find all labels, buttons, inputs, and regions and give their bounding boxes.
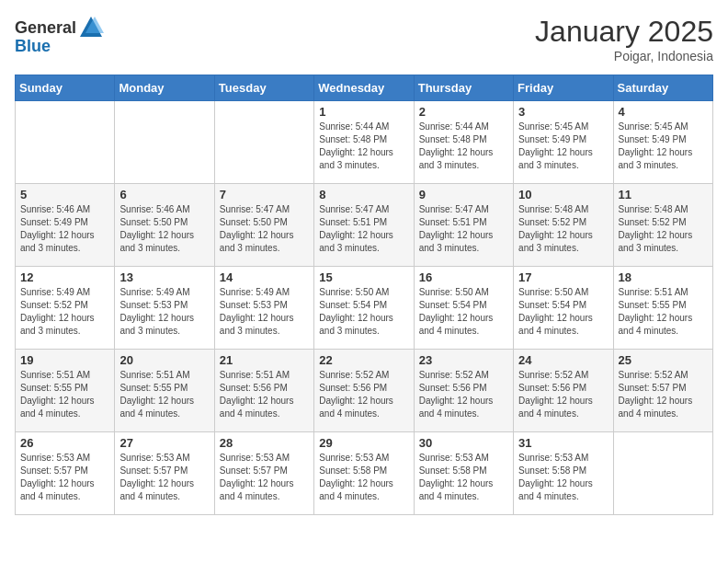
day-number: 30 [419,436,508,450]
calendar-cell: 25Sunrise: 5:52 AM Sunset: 5:57 PM Dayli… [613,350,712,432]
day-number: 3 [518,105,608,119]
calendar-week-row: 5Sunrise: 5:46 AM Sunset: 5:49 PM Daylig… [16,184,713,267]
calendar-cell: 15Sunrise: 5:50 AM Sunset: 5:54 PM Dayli… [314,267,414,350]
day-info: Sunrise: 5:53 AM Sunset: 5:57 PM Dayligh… [220,452,309,503]
day-info: Sunrise: 5:44 AM Sunset: 5:48 PM Dayligh… [419,121,508,172]
day-info: Sunrise: 5:50 AM Sunset: 5:54 PM Dayligh… [419,286,508,338]
day-number: 9 [419,188,508,201]
calendar-cell: 14Sunrise: 5:49 AM Sunset: 5:53 PM Dayli… [214,267,313,350]
day-info: Sunrise: 5:47 AM Sunset: 5:51 PM Dayligh… [419,203,508,255]
day-info: Sunrise: 5:50 AM Sunset: 5:54 PM Dayligh… [518,286,608,338]
logo-general: General [15,18,76,38]
day-number: 31 [518,436,608,450]
day-info: Sunrise: 5:48 AM Sunset: 5:52 PM Dayligh… [619,203,708,255]
calendar-cell: 5Sunrise: 5:46 AM Sunset: 5:49 PM Daylig… [16,184,115,267]
calendar-cell: 9Sunrise: 5:47 AM Sunset: 5:51 PM Daylig… [414,184,513,267]
day-number: 28 [220,436,309,450]
calendar-cell: 21Sunrise: 5:51 AM Sunset: 5:56 PM Dayli… [214,350,313,432]
logo: General Blue [15,15,104,56]
day-number: 4 [619,105,708,119]
day-info: Sunrise: 5:49 AM Sunset: 5:52 PM Dayligh… [20,286,109,338]
weekday-header-row: SundayMondayTuesdayWednesdayThursdayFrid… [16,75,713,101]
day-number: 29 [319,436,408,450]
day-number: 15 [319,270,408,284]
calendar-cell: 18Sunrise: 5:51 AM Sunset: 5:55 PM Dayli… [613,267,712,350]
calendar-cell [115,101,214,184]
day-info: Sunrise: 5:44 AM Sunset: 5:48 PM Dayligh… [319,121,408,172]
day-info: Sunrise: 5:53 AM Sunset: 5:58 PM Dayligh… [419,452,508,503]
day-info: Sunrise: 5:53 AM Sunset: 5:57 PM Dayligh… [119,452,209,503]
calendar-cell: 12Sunrise: 5:49 AM Sunset: 5:52 PM Dayli… [16,267,115,350]
day-info: Sunrise: 5:47 AM Sunset: 5:50 PM Dayligh… [220,203,309,255]
weekday-header-friday: Friday [514,75,613,101]
calendar-cell [613,432,712,515]
day-info: Sunrise: 5:45 AM Sunset: 5:49 PM Dayligh… [619,121,708,172]
calendar-cell: 23Sunrise: 5:52 AM Sunset: 5:56 PM Dayli… [414,350,513,432]
day-number: 19 [20,353,109,367]
calendar-week-row: 12Sunrise: 5:49 AM Sunset: 5:52 PM Dayli… [16,267,713,350]
calendar-cell: 10Sunrise: 5:48 AM Sunset: 5:52 PM Dayli… [514,184,613,267]
calendar-cell: 30Sunrise: 5:53 AM Sunset: 5:58 PM Dayli… [414,432,513,515]
day-number: 17 [518,270,608,284]
day-number: 16 [419,270,508,284]
day-info: Sunrise: 5:48 AM Sunset: 5:52 PM Dayligh… [518,203,608,255]
day-number: 24 [518,353,608,367]
calendar-cell: 4Sunrise: 5:45 AM Sunset: 5:49 PM Daylig… [613,101,712,184]
day-info: Sunrise: 5:51 AM Sunset: 5:55 PM Dayligh… [619,286,708,338]
day-number: 18 [619,270,708,284]
day-info: Sunrise: 5:50 AM Sunset: 5:54 PM Dayligh… [319,286,408,338]
calendar-week-row: 1Sunrise: 5:44 AM Sunset: 5:48 PM Daylig… [16,101,713,184]
calendar-cell: 13Sunrise: 5:49 AM Sunset: 5:53 PM Dayli… [115,267,214,350]
calendar-cell: 6Sunrise: 5:46 AM Sunset: 5:50 PM Daylig… [115,184,214,267]
day-info: Sunrise: 5:53 AM Sunset: 5:58 PM Dayligh… [319,452,408,503]
title-area: January 2025 Poigar, Indonesia [535,15,713,63]
calendar-cell: 19Sunrise: 5:51 AM Sunset: 5:55 PM Dayli… [16,350,115,432]
location: Poigar, Indonesia [535,49,713,63]
calendar-cell [16,101,115,184]
day-number: 26 [20,436,109,450]
weekday-header-wednesday: Wednesday [314,75,414,101]
calendar-cell: 3Sunrise: 5:45 AM Sunset: 5:49 PM Daylig… [514,101,613,184]
day-info: Sunrise: 5:46 AM Sunset: 5:50 PM Dayligh… [119,203,209,255]
day-number: 12 [20,270,109,284]
day-info: Sunrise: 5:45 AM Sunset: 5:49 PM Dayligh… [518,121,608,172]
calendar-week-row: 26Sunrise: 5:53 AM Sunset: 5:57 PM Dayli… [16,432,713,515]
weekday-header-saturday: Saturday [613,75,712,101]
day-number: 21 [220,353,309,367]
day-number: 14 [220,270,309,284]
day-number: 23 [419,353,508,367]
day-info: Sunrise: 5:52 AM Sunset: 5:56 PM Dayligh… [518,369,608,420]
weekday-header-sunday: Sunday [16,75,115,101]
day-info: Sunrise: 5:52 AM Sunset: 5:56 PM Dayligh… [419,369,508,420]
calendar-cell: 2Sunrise: 5:44 AM Sunset: 5:48 PM Daylig… [414,101,513,184]
day-info: Sunrise: 5:53 AM Sunset: 5:57 PM Dayligh… [20,452,109,503]
day-info: Sunrise: 5:47 AM Sunset: 5:51 PM Dayligh… [319,203,408,255]
calendar-cell [214,101,313,184]
day-info: Sunrise: 5:51 AM Sunset: 5:55 PM Dayligh… [20,369,109,420]
day-number: 25 [619,353,708,367]
calendar-cell: 8Sunrise: 5:47 AM Sunset: 5:51 PM Daylig… [314,184,414,267]
calendar-cell: 31Sunrise: 5:53 AM Sunset: 5:58 PM Dayli… [514,432,613,515]
page-header: General Blue January 2025 Poigar, Indone… [15,15,713,63]
calendar-cell: 11Sunrise: 5:48 AM Sunset: 5:52 PM Dayli… [613,184,712,267]
calendar-cell: 22Sunrise: 5:52 AM Sunset: 5:56 PM Dayli… [314,350,414,432]
day-number: 6 [119,188,209,201]
day-number: 8 [319,188,408,201]
day-number: 1 [319,105,408,119]
calendar-cell: 27Sunrise: 5:53 AM Sunset: 5:57 PM Dayli… [115,432,214,515]
calendar-cell: 17Sunrise: 5:50 AM Sunset: 5:54 PM Dayli… [514,267,613,350]
calendar-cell: 26Sunrise: 5:53 AM Sunset: 5:57 PM Dayli… [16,432,115,515]
day-info: Sunrise: 5:49 AM Sunset: 5:53 PM Dayligh… [220,286,309,338]
logo-icon [78,15,104,40]
day-info: Sunrise: 5:52 AM Sunset: 5:56 PM Dayligh… [319,369,408,420]
logo-blue: Blue [15,37,51,56]
day-info: Sunrise: 5:51 AM Sunset: 5:56 PM Dayligh… [220,369,309,420]
weekday-header-tuesday: Tuesday [214,75,313,101]
calendar-table: SundayMondayTuesdayWednesdayThursdayFrid… [15,75,713,515]
day-number: 13 [119,270,209,284]
calendar-cell: 28Sunrise: 5:53 AM Sunset: 5:57 PM Dayli… [214,432,313,515]
day-number: 2 [419,105,508,119]
day-number: 20 [119,353,209,367]
calendar-cell: 29Sunrise: 5:53 AM Sunset: 5:58 PM Dayli… [314,432,414,515]
day-number: 5 [20,188,109,201]
